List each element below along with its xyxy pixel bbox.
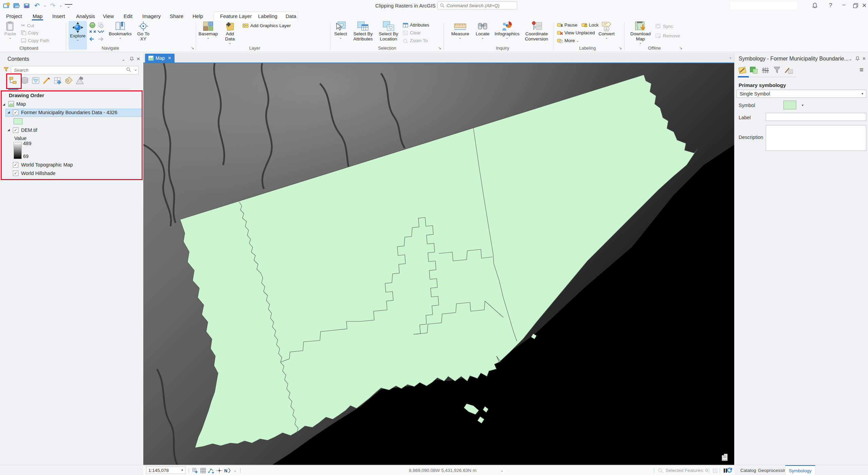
infographics-button[interactable]: Infographics⌄ <box>493 21 521 39</box>
layer2-label[interactable]: DEM.tif <box>21 127 37 133</box>
fixed-zoom-in-icon[interactable] <box>97 22 104 29</box>
tab-view[interactable]: View <box>102 12 115 20</box>
contents-search-input[interactable] <box>11 66 139 74</box>
symbol-layer-drawing-tab-icon[interactable] <box>760 65 771 75</box>
symbology-collapse-icon[interactable]: ⌄ <box>849 56 852 61</box>
basemap-button[interactable]: Basemap⌄ <box>198 21 218 39</box>
tab-imagery[interactable]: Imagery <box>141 12 162 20</box>
tab-edit[interactable]: Edit <box>122 12 134 20</box>
filter-icon[interactable] <box>3 67 9 72</box>
vary-symbology-tab-icon[interactable] <box>749 65 759 75</box>
tab-feature-layer[interactable]: Feature Layer <box>219 12 253 20</box>
list-by-labeling-icon[interactable] <box>64 75 74 86</box>
list-by-data-source-icon[interactable] <box>20 75 30 86</box>
convert-labels-button[interactable]: A Convert⌄ <box>597 21 616 39</box>
sync-button[interactable]: Sync <box>655 24 673 29</box>
notifications-icon[interactable] <box>812 2 818 8</box>
go-to-xy-button[interactable]: Go To XY <box>134 21 152 41</box>
select-by-attributes-button[interactable]: Select By Attributes <box>350 21 376 41</box>
grid-icon[interactable] <box>199 467 207 475</box>
contents-search-options-icon[interactable]: ⌄ <box>134 67 138 72</box>
layer2-expander-icon[interactable]: ◢ <box>7 128 10 131</box>
symbology-pin-icon[interactable] <box>855 56 860 61</box>
coordinate-dropdown-icon[interactable]: ⌄ <box>501 469 503 472</box>
view-tab-map[interactable]: Map ✕ <box>145 54 175 63</box>
snapping-icon[interactable] <box>215 467 223 475</box>
tabstrip-overflow-icon[interactable]: ⌄ <box>729 55 732 59</box>
layer3-label[interactable]: World Topographic Map <box>21 162 73 168</box>
restore-button[interactable] <box>853 3 858 8</box>
customize-quick-access-icon[interactable]: ⌄ <box>65 4 72 8</box>
map-node-label[interactable]: Map <box>16 101 26 107</box>
labeling-launcher-icon[interactable]: ↘ <box>619 46 622 50</box>
open-project-icon[interactable] <box>13 2 20 9</box>
list-by-editing-icon[interactable] <box>41 75 52 86</box>
paste-button[interactable]: Paste⌄ <box>3 21 18 39</box>
sketch-tool-icon[interactable] <box>207 467 215 475</box>
layer4-label[interactable]: World Hillshade <box>21 171 55 176</box>
tab-data[interactable]: Data <box>284 12 298 20</box>
contents-pin-icon[interactable] <box>130 57 134 61</box>
clear-selection-button[interactable]: Clear <box>403 30 421 35</box>
contents-collapse-icon[interactable]: ⌄ <box>122 57 125 62</box>
layer1-checkbox[interactable]: ✓ <box>13 110 18 115</box>
layer4-checkbox[interactable]: ✓ <box>13 171 18 176</box>
refresh-icon[interactable] <box>725 467 734 475</box>
symbology-menu-icon[interactable]: ≡ <box>860 66 864 74</box>
status-tools-dropdown-icon[interactable]: ⌄ <box>234 469 236 472</box>
list-by-charts-icon[interactable] <box>75 75 85 86</box>
measure-button[interactable]: Measure⌄ <box>450 21 471 39</box>
symbol-dropdown-icon[interactable]: ▾ <box>802 104 803 107</box>
contents-search-icon[interactable] <box>126 67 131 72</box>
copy-path-button[interactable]: Copy Path <box>21 38 49 43</box>
attributes-button[interactable]: Attributes <box>403 22 429 28</box>
undo-dropdown-icon[interactable]: ⌄ <box>43 4 46 7</box>
list-by-selection-icon[interactable] <box>31 75 41 86</box>
symbology-close-icon[interactable]: ✕ <box>862 56 866 61</box>
dock-tab-symbology[interactable]: Symbology <box>785 465 815 475</box>
command-search[interactable] <box>437 1 517 10</box>
layer1-symbol-swatch[interactable] <box>14 118 22 124</box>
layer1-expander-icon[interactable]: ◢ <box>7 110 10 114</box>
layer3-checkbox[interactable]: ✓ <box>13 162 18 168</box>
selection-launcher-icon[interactable]: ↘ <box>438 46 441 50</box>
map-tab-close-icon[interactable]: ✕ <box>168 56 171 60</box>
north-arrow-icon[interactable]: N <box>223 467 232 475</box>
scale-based-symbology-tab-icon[interactable] <box>783 65 794 75</box>
clear-selected-icon[interactable] <box>711 467 719 475</box>
pause-labeling-button[interactable]: Pause <box>557 22 577 28</box>
primary-symbology-tab-icon[interactable] <box>737 65 747 75</box>
new-map-grid-icon[interactable] <box>191 467 199 475</box>
command-search-input[interactable] <box>437 1 517 10</box>
list-by-drawing-order-icon[interactable] <box>8 75 18 86</box>
scale-combobox[interactable]: 1:145,078 ▾ <box>146 467 185 474</box>
add-data-button[interactable]: Add Data⌄ <box>221 21 239 44</box>
tab-help[interactable]: Help <box>191 12 204 20</box>
download-map-button[interactable]: Download Map⌄ <box>629 21 652 44</box>
coordinate-conversion-button[interactable]: Coordinate Conversion <box>523 21 550 41</box>
view-unplaced-button[interactable]: View Unplaced <box>557 30 595 35</box>
zoom-to-selected-icon[interactable] <box>657 467 665 475</box>
contents-close-icon[interactable]: ✕ <box>137 56 140 61</box>
navigate-launcher-icon[interactable]: ↘ <box>191 46 194 50</box>
tab-map[interactable]: Map <box>31 12 44 20</box>
select-by-location-button[interactable]: Select By Location <box>378 21 399 41</box>
tab-analysis[interactable]: Analysis <box>75 12 96 20</box>
bookmarks-button[interactable]: Bookmarks⌄ <box>108 21 132 39</box>
description-input[interactable] <box>766 125 866 151</box>
new-project-icon[interactable] <box>3 2 10 9</box>
minimize-button[interactable]: – <box>842 1 845 8</box>
previous-extent-zoom-icons[interactable] <box>89 29 104 35</box>
symbology-type-dropdown[interactable]: Single Symbol ▾ <box>737 90 866 98</box>
lock-labels-button[interactable]: Lock <box>581 22 599 28</box>
offline-launcher-icon[interactable]: ↘ <box>679 46 682 50</box>
full-extent-icon[interactable] <box>89 22 96 29</box>
close-button[interactable]: ✕ <box>862 2 867 9</box>
zoom-to-selection-button[interactable]: Zoom To <box>403 38 428 43</box>
back-forward-icons[interactable] <box>89 36 105 42</box>
add-graphics-layer-button[interactable]: Add Graphics Layer <box>242 23 291 28</box>
tab-labeling[interactable]: Labeling <box>257 12 279 20</box>
help-icon[interactable]: ? <box>829 2 832 9</box>
symbology-filter-tab-icon[interactable] <box>772 65 782 75</box>
tab-insert[interactable]: Insert <box>51 12 67 20</box>
